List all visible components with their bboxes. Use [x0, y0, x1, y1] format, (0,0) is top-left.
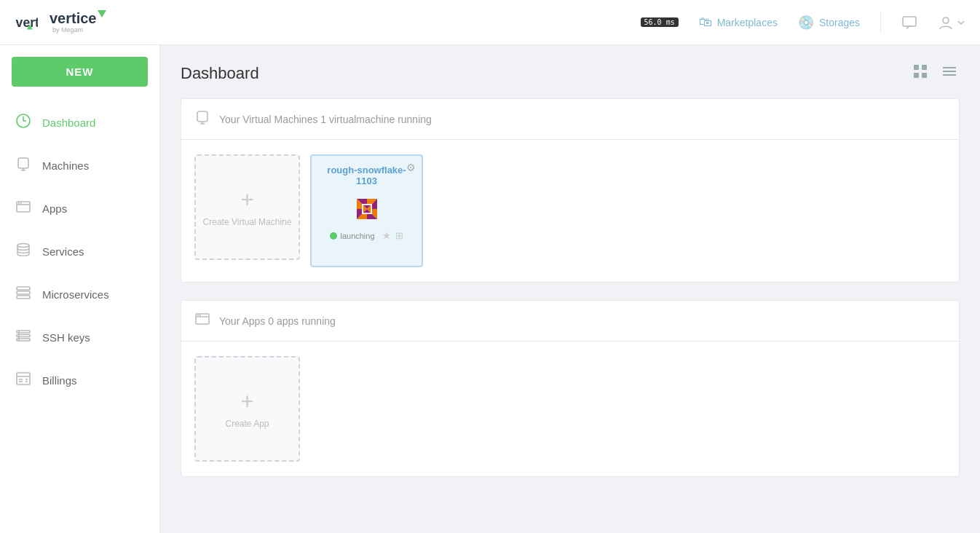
logo-brand: vertice by Megam	[42, 7, 122, 38]
virtual-machines-section: Your Virtual Machines 1 virtualmachine r…	[181, 98, 960, 283]
storages-label: Storages	[819, 17, 860, 28]
apps-section-icon	[194, 311, 210, 331]
svg-rect-29	[922, 65, 927, 70]
create-app-label: Create App	[225, 419, 269, 429]
gear-icon[interactable]: ⚙	[406, 162, 416, 173]
svg-text:vertice: vertice	[50, 10, 97, 26]
sidebar: NEW Dashboard Machines	[0, 45, 160, 533]
dashboard-icon	[15, 113, 32, 133]
ssh-keys-icon	[15, 328, 32, 347]
billings-icon	[15, 371, 32, 390]
sidebar-label-microservices: Microservices	[42, 288, 109, 301]
services-icon	[15, 242, 32, 261]
vm-status-row: launching ★ ⊞	[316, 230, 417, 241]
main-header: Dashboard	[181, 63, 960, 84]
sidebar-label-billings: Billings	[42, 374, 77, 387]
sidebar-label-machines: Machines	[42, 159, 89, 172]
sidebar-item-services[interactable]: Services	[0, 230, 159, 273]
grid-view-button[interactable]	[910, 63, 930, 84]
svg-text:vertice: vertice	[16, 15, 38, 30]
sidebar-label-apps: Apps	[42, 202, 67, 215]
microservices-icon	[15, 285, 32, 304]
sidebar-item-machines[interactable]: Machines	[0, 144, 159, 187]
page-title: Dashboard	[181, 64, 259, 83]
machines-icon	[15, 156, 32, 175]
star-icon[interactable]: ★	[382, 230, 391, 241]
apps-section-header-text: Your Apps 0 apps running	[219, 315, 336, 327]
vm-section-body: + Create Virtual Machine ⚙ rough-snowfla…	[181, 140, 959, 282]
logo-icon: vertice	[15, 11, 38, 34]
sidebar-item-billings[interactable]: Billings	[0, 359, 159, 402]
vm-status-text: launching	[340, 232, 374, 240]
svg-rect-22	[17, 373, 30, 384]
new-button[interactable]: NEW	[12, 57, 148, 87]
storages-link[interactable]: 💿 Storages	[798, 15, 860, 31]
svg-rect-28	[914, 65, 919, 70]
plus-icon-app: +	[240, 390, 254, 413]
sidebar-item-ssh-keys[interactable]: SSH keys	[0, 316, 159, 359]
centos-icon	[352, 194, 382, 224]
status-dot	[330, 232, 337, 240]
vm-section-icon	[194, 109, 210, 129]
grid-icon	[913, 64, 928, 79]
svg-point-6	[943, 17, 949, 23]
apps-section-body: + Create App	[181, 341, 959, 476]
vm-name-link[interactable]: rough-snowflake-1103	[327, 165, 406, 186]
svg-rect-30	[914, 73, 919, 78]
vm-instance-card[interactable]: ⚙ rough-snowflake-1103	[310, 154, 423, 267]
storages-icon: 💿	[798, 15, 814, 31]
chat-button[interactable]	[901, 15, 917, 31]
vm-actions: ★ ⊞	[382, 230, 403, 241]
vm-detail-icon[interactable]: ⊞	[395, 230, 403, 241]
sidebar-label-dashboard: Dashboard	[42, 117, 95, 129]
svg-rect-5	[903, 17, 916, 26]
plus-icon: +	[240, 188, 254, 211]
marketplaces-label: Marketplaces	[717, 17, 778, 28]
marketplaces-link[interactable]: 🛍 Marketplaces	[699, 15, 778, 30]
svg-rect-31	[922, 73, 927, 78]
svg-rect-17	[17, 296, 30, 299]
vm-os-logo	[350, 192, 384, 226]
layout: NEW Dashboard Machines	[0, 45, 980, 533]
apps-icon	[15, 199, 32, 218]
sidebar-label-services: Services	[42, 245, 84, 258]
create-app-card[interactable]: + Create App	[194, 356, 300, 462]
header-right: 56.0 ms 🛍 Marketplaces 💿 Storages	[641, 12, 965, 33]
header: vertice vertice by Megam 56.0 ms 🛍 Marke…	[0, 0, 980, 45]
apps-section: Your Apps 0 apps running + Create App	[181, 300, 960, 477]
list-view-button[interactable]	[939, 63, 960, 84]
marketplaces-icon: 🛍	[699, 15, 712, 30]
svg-point-14	[17, 244, 29, 248]
vm-section-header-text: Your Virtual Machines 1 virtualmachine r…	[219, 114, 432, 125]
header-divider	[880, 12, 881, 33]
sidebar-label-ssh-keys: SSH keys	[42, 331, 90, 344]
chat-icon	[901, 15, 917, 31]
user-menu[interactable]	[938, 15, 965, 31]
create-vm-card[interactable]: + Create Virtual Machine	[194, 154, 300, 260]
svg-rect-15	[17, 287, 30, 290]
logo: vertice vertice by Megam	[15, 7, 122, 38]
main-content: Dashboard	[160, 45, 980, 533]
svg-text:by Megam: by Megam	[52, 26, 83, 33]
create-vm-label: Create Virtual Machine	[203, 217, 292, 227]
svg-marker-3	[98, 10, 106, 17]
vm-section-header: Your Virtual Machines 1 virtualmachine r…	[181, 99, 959, 140]
sidebar-item-microservices[interactable]: Microservices	[0, 273, 159, 316]
chevron-down-icon	[957, 18, 965, 27]
svg-rect-16	[17, 291, 30, 294]
list-icon	[942, 64, 957, 79]
view-controls	[910, 63, 960, 84]
sidebar-item-apps[interactable]: Apps	[0, 187, 159, 230]
user-icon	[938, 15, 954, 31]
sidebar-item-dashboard[interactable]: Dashboard	[0, 101, 159, 144]
apps-section-header: Your Apps 0 apps running	[181, 301, 959, 341]
performance-badge: 56.0 ms	[641, 17, 679, 27]
